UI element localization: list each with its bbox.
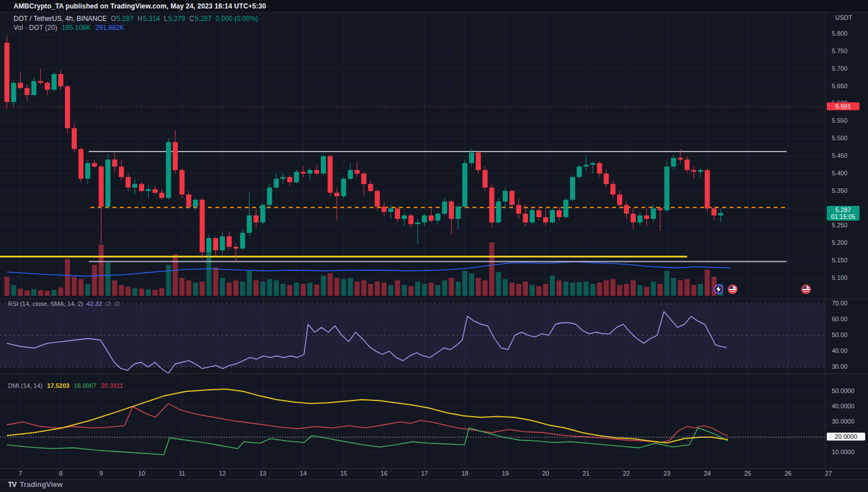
event-us-flag-icon[interactable] (728, 284, 737, 294)
bar-countdown: 01:15:05 (828, 213, 858, 220)
time-tick-label: 24 (704, 470, 710, 477)
time-tick-label: 19 (502, 470, 509, 477)
price-tick-label: 5.700 (832, 65, 848, 72)
price-tick-label: 5.650 (832, 83, 848, 89)
event-power-icon[interactable] (714, 284, 723, 294)
symbol-title: DOT / TetherUS, 4h, BINANCE (14, 15, 107, 23)
rsi-tick-label: 30.00 (832, 363, 848, 370)
time-tick-label: 11 (179, 470, 185, 477)
low-value: 5.279 (168, 15, 185, 23)
time-tick-label: 23 (663, 470, 670, 477)
time-tick-label: 7 (19, 470, 22, 477)
volume-legend-row[interactable]: Vol · DOT (20) 195.108K 291.882K (14, 24, 124, 32)
rsi-empty-1: ∅ (106, 300, 111, 308)
time-tick-label: 14 (300, 470, 306, 477)
price-tick-label: 5.100 (832, 274, 848, 281)
high-label: H (137, 15, 142, 23)
open-value: 5.287 (116, 15, 133, 23)
current-price-label: 5.287 01:15:05 (827, 206, 860, 221)
tradingview-logo-icon: TV (8, 480, 16, 489)
time-tick-label: 20 (542, 470, 549, 477)
event-us-flag-icon[interactable] (801, 284, 811, 294)
dmi-legend-row[interactable]: DMI (14, 14) 17.5203 16.0967 20.9311 (8, 382, 123, 389)
price-tick-label: 5.800 (832, 30, 848, 37)
dmi-level-label: 20.0000 (827, 433, 865, 441)
footer-brand[interactable]: TV TradingView (8, 480, 63, 489)
close-value: 5.287 (194, 15, 211, 23)
price-tick-label: 5.450 (832, 152, 848, 159)
rsi-legend-row[interactable]: RSI (14, close, SMA, 14, 2) 42.32 ∅ ∅ (8, 300, 120, 308)
time-tick-label: 26 (784, 470, 791, 477)
volume-ma-value: 291.882K (96, 24, 124, 32)
tradingview-published-chart: AMBCrypto_TA published on TradingView.co… (0, 0, 868, 492)
dmi-tick-label: 30.0000 (832, 418, 854, 425)
time-tick-label: 16 (380, 470, 387, 477)
dmi-tick-label: 10.0000 (832, 448, 854, 455)
price-tick-label: 5.550 (832, 117, 848, 124)
time-axis-zone[interactable] (0, 468, 825, 480)
low-label: L (164, 15, 168, 23)
alert-price-label[interactable]: 5.591 (827, 102, 860, 110)
dmi-label: DMI (14, 14) (8, 382, 42, 389)
price-tick-label: 5.350 (832, 187, 848, 194)
minus-di-value: 20.9311 (101, 382, 123, 389)
high-value: 5.314 (143, 15, 160, 23)
rsi-tick-label: 60.00 (832, 316, 848, 322)
change-value: 0.000 (0.00%) (215, 15, 258, 23)
time-tick-label: 13 (259, 470, 266, 477)
time-tick-label: 15 (340, 470, 347, 477)
price-tick-label: 5.150 (832, 257, 848, 264)
price-tick-label: 5.400 (832, 170, 848, 176)
time-tick-label: 25 (744, 470, 751, 477)
rsi-label: RSI (14, close, SMA, 14, 2) (8, 300, 83, 308)
price-tick-label: 5.750 (832, 48, 848, 54)
rsi-empty-2: ∅ (114, 300, 120, 308)
rsi-tick-label: 40.00 (832, 347, 848, 354)
volume-label: Vol · DOT (20) (14, 24, 57, 32)
price-tick-label: 5.200 (832, 239, 848, 246)
open-label: O (111, 15, 116, 23)
symbol-legend-row[interactable]: DOT / TetherUS, 4h, BINANCE O5.287 H5.31… (14, 15, 258, 23)
chart-canvas[interactable] (0, 0, 868, 492)
time-tick-label: 8 (59, 470, 62, 477)
time-tick-label: 17 (421, 470, 428, 477)
current-price-value: 5.287 (828, 206, 858, 213)
rsi-tick-label: 70.00 (832, 300, 848, 307)
tradingview-brand-text: TradingView (20, 480, 63, 489)
plus-di-value: 16.0967 (74, 382, 97, 389)
dmi-tick-label: 40.0000 (832, 403, 854, 409)
volume-value: 195.108K (62, 24, 90, 32)
price-tick-label: 5.250 (832, 222, 848, 228)
time-tick-label: 18 (461, 470, 468, 477)
time-tick-label: 12 (219, 470, 225, 477)
rsi-value: 42.32 (86, 300, 102, 308)
time-tick-label: 9 (99, 470, 103, 477)
dmi-tick-label: 50.0000 (832, 387, 854, 394)
adx-value: 17.5203 (47, 382, 70, 389)
time-tick-label: 21 (583, 470, 589, 477)
close-label: C (189, 15, 194, 23)
price-tick-label: 5.500 (832, 135, 848, 141)
time-tick-label: 27 (825, 470, 832, 477)
time-tick-label: 22 (623, 470, 630, 477)
rsi-tick-label: 50.00 (832, 331, 848, 338)
time-tick-label: 10 (138, 470, 145, 477)
